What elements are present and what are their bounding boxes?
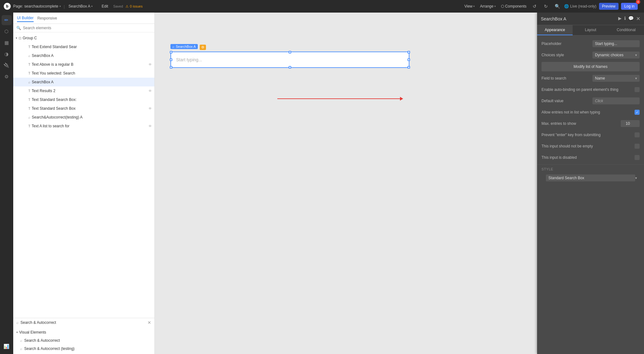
canvas-area[interactable]: ⌕ SearchBox A ⚙ Start typing... <box>155 13 644 354</box>
search-button[interactable]: 🔍 <box>553 2 562 11</box>
searchbox-icon: ⌕ <box>28 115 31 119</box>
tree-item-label: Text Results 2 <box>32 89 147 93</box>
props-header-icons: ▶ ℹ 💬 ✕ <box>618 16 640 22</box>
tree-item-text-results[interactable]: T Text Results 2 👁 <box>13 86 154 95</box>
field-to-search-select[interactable]: Name <box>592 75 640 82</box>
issues-indicator[interactable]: ⚠ 0 issues <box>125 4 142 8</box>
bottom-item-search-autocorrect-testing[interactable]: ⌕ Search & Autocorrect (testing) <box>13 345 154 353</box>
tree-item-text-extend[interactable]: T Text Extend Standard Sear <box>13 42 154 51</box>
disabled-checkbox[interactable] <box>635 155 640 160</box>
search-item-icon: ⌕ <box>20 347 22 351</box>
edit-button[interactable]: Edit <box>100 3 110 9</box>
tree-item-text-selected[interactable]: T Text You selected: Search <box>13 69 154 78</box>
tree-item-label: SearchBox A <box>32 80 152 84</box>
allow-entries-checkbox[interactable]: ✓ <box>635 110 640 115</box>
choices-style-select[interactable]: Dynamic choices Static choices <box>592 52 640 58</box>
bottom-panel-close-button[interactable]: ✕ <box>147 320 151 325</box>
sidebar-icon-styles[interactable]: ◑ <box>2 49 12 59</box>
tree-item-searchbox-a-1[interactable]: ⌕ SearchBox A <box>13 51 154 60</box>
resize-handle-br[interactable] <box>408 66 410 69</box>
arrange-menu[interactable]: Arrange ▾ <box>479 3 497 9</box>
tree-item-text-standard-2[interactable]: T Text Standard Search Box 👁 <box>13 104 154 113</box>
element-search-input[interactable] <box>23 26 151 30</box>
props-tabs: Appearance Layout Conditional <box>537 25 644 36</box>
canvas-searchbox-element[interactable]: Start typing... <box>170 52 409 68</box>
resize-handle-tm[interactable] <box>289 51 291 53</box>
tree-item-search-autocorrect[interactable]: ⌕ Search&Autocorrect(testing) A <box>13 113 154 122</box>
props-close-button[interactable]: ✕ <box>636 16 640 22</box>
section-expand-icon: ▾ <box>16 331 18 334</box>
component-chevron-icon[interactable]: ▾ <box>91 5 93 8</box>
tree-item-label: Text Above is a regular B <box>32 62 147 67</box>
play-icon[interactable]: ▶ <box>618 16 622 22</box>
view-chevron-icon: ▾ <box>473 5 475 8</box>
resize-handle-bm[interactable] <box>289 66 291 69</box>
default-value-button[interactable]: Click <box>592 97 640 104</box>
tree-item-text-above[interactable]: T Text Above is a regular B 👁 <box>13 60 154 69</box>
bottom-search-panel: ⌕ Search & Autocorrect ✕ ▾ Visual Elemen… <box>13 318 154 354</box>
text-icon: T <box>28 98 31 102</box>
undo-button[interactable]: ↺ <box>530 2 539 11</box>
choices-style-value: Dynamic choices Static choices <box>592 52 640 58</box>
visibility-icon[interactable]: 👁 <box>148 63 152 66</box>
max-entries-row: Max. entries to show <box>537 118 644 129</box>
bottom-item-search-autocorrect[interactable]: ⌕ Search & Autocorrect <box>13 336 154 345</box>
component-name-item[interactable]: SearchBox A ▾ <box>67 3 94 9</box>
field-to-search-label: Field to search <box>541 76 590 80</box>
sidebar-icon-plugins[interactable]: 🔌 <box>2 60 12 70</box>
prevent-enter-checkbox[interactable] <box>635 132 640 137</box>
resize-handle-bl[interactable] <box>170 66 172 69</box>
text-icon: T <box>28 107 31 110</box>
resize-handle-ml[interactable] <box>170 58 172 61</box>
preview-button[interactable]: Preview <box>599 3 619 10</box>
search-item-icon: ⌕ <box>20 339 22 342</box>
info-icon[interactable]: ℹ <box>624 16 626 22</box>
comment-icon[interactable]: 💬 <box>628 16 634 22</box>
sidebar-icon-edit[interactable]: ✏ <box>2 15 12 25</box>
separator: | <box>64 4 64 9</box>
visibility-icon[interactable]: 👁 <box>148 107 152 110</box>
sidebar-icon-analytics[interactable]: 📊 <box>2 341 12 351</box>
page-name[interactable]: searchautocomplete <box>24 4 58 8</box>
modify-list-button[interactable]: Modify list of Names <box>541 62 640 71</box>
login-button[interactable]: Log in <box>621 3 638 10</box>
tab-responsive[interactable]: Responsive <box>37 15 57 22</box>
style-section-label: Style <box>537 164 644 172</box>
bottom-search-icon: ⌕ <box>16 320 19 325</box>
page-chevron-icon[interactable]: ▾ <box>59 5 61 8</box>
tree-item-group-c[interactable]: ▾ ⊡ Group C <box>13 34 154 42</box>
max-entries-input[interactable] <box>621 120 640 127</box>
resize-handle-tl[interactable] <box>170 51 172 53</box>
tree-item-label: Text Standard Search Box: <box>32 97 152 102</box>
resize-handle-mr[interactable] <box>408 58 410 61</box>
view-menu[interactable]: View ▾ <box>463 3 476 9</box>
tree-item-label: Search&Autocorrect(testing) A <box>32 115 152 119</box>
resize-handle-tr[interactable] <box>408 51 410 53</box>
canvas-searchbox-wrapper: ⌕ SearchBox A ⚙ Start typing... <box>170 44 409 68</box>
redo-button[interactable]: ↻ <box>541 2 550 11</box>
sidebar-icon-data[interactable]: ▦ <box>2 38 12 48</box>
tree-item-text-standard-1[interactable]: T Text Standard Search Box: <box>13 95 154 104</box>
not-empty-checkbox[interactable] <box>635 144 640 149</box>
tree-item-text-list[interactable]: T Text A list to search for 👁 <box>13 122 154 130</box>
sidebar-icon-settings[interactable]: ⚙ <box>2 72 12 82</box>
style-select[interactable]: Standard Search Box <box>546 174 635 181</box>
group-icon: ⊡ <box>19 36 21 40</box>
tab-conditional[interactable]: Conditional <box>608 25 644 35</box>
tab-ui-builder[interactable]: UI Builder <box>17 14 34 22</box>
tab-layout[interactable]: Layout <box>573 25 608 35</box>
default-value-label: Default value <box>541 99 590 103</box>
components-icon: ⬡ <box>501 4 504 8</box>
placeholder-input[interactable] <box>592 40 640 47</box>
live-mode-button[interactable]: 🌐 Live (read-only) <box>564 4 596 8</box>
sidebar-icon-workflow[interactable]: ⬡ <box>2 26 12 36</box>
main-layout: ✏ ⬡ ▦ ◑ 🔌 ⚙ 📊 UI Builder Responsive 🔍 ▾ … <box>0 13 644 354</box>
visibility-icon[interactable]: 👁 <box>148 124 152 128</box>
tab-appearance[interactable]: Appearance <box>537 25 573 35</box>
components-menu[interactable]: ⬡ Components <box>500 3 528 9</box>
checkmark-icon: ✓ <box>636 111 638 114</box>
visual-elements-header[interactable]: ▾ Visual Elements <box>13 328 154 336</box>
visibility-icon[interactable]: 👁 <box>148 89 152 93</box>
tree-item-searchbox-a-selected[interactable]: ⌕ SearchBox A <box>13 78 154 86</box>
auto-binding-checkbox[interactable] <box>635 87 640 92</box>
